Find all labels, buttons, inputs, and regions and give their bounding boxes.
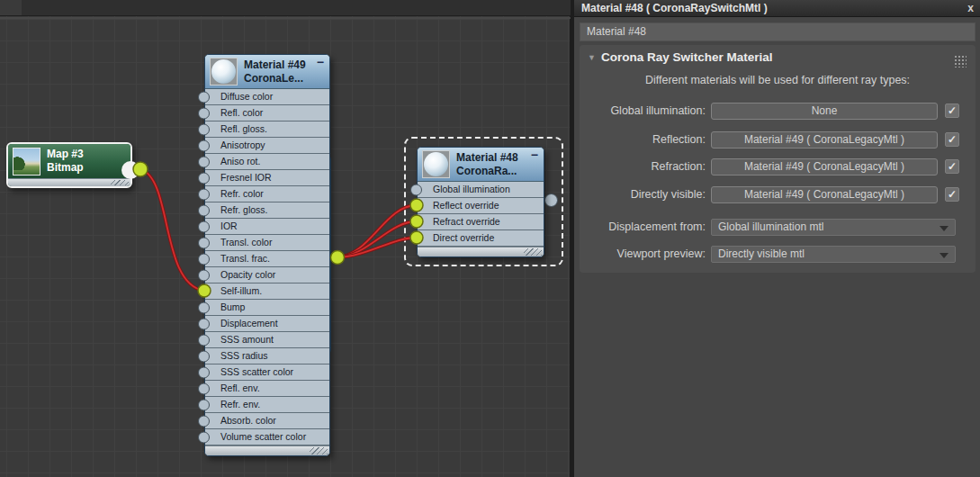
absorb-color-input-socket[interactable] <box>198 415 210 427</box>
slot-row-refr-env[interactable]: Refr. env. <box>205 397 329 413</box>
slot-row-refract-override[interactable]: Refract override <box>418 214 544 230</box>
close-icon[interactable]: x <box>967 0 974 16</box>
slot-row-aniso-rot[interactable]: Aniso rot. <box>205 154 329 170</box>
material49-node-title: Material #49 <box>244 58 306 72</box>
displacement-input-socket[interactable] <box>198 318 210 329</box>
refr-color-input-socket[interactable] <box>198 188 210 200</box>
displacement-from-dropdown[interactable]: Global illumination mtl <box>711 219 956 236</box>
node-view-canvas[interactable]: Map #3 Bitmap Material #49 CoronaLe... <box>0 0 571 477</box>
resize-grip-icon[interactable] <box>524 248 542 256</box>
refr-env-input-socket[interactable] <box>198 399 210 410</box>
directly-visible-material-button[interactable]: Material #49 ( CoronaLegacyMtl ) <box>711 186 938 203</box>
directly-visible-checkbox[interactable]: ✓ <box>945 187 959 202</box>
material49-node-footer <box>205 446 329 455</box>
transl-frac-input-socket[interactable] <box>198 253 210 265</box>
material48-node-header[interactable]: Material #48 CoronaRa... − <box>418 148 544 182</box>
param-label: Viewport preview: <box>580 246 706 263</box>
slot-row-refr-gloss[interactable]: Refr. gloss. <box>205 202 329 219</box>
refr-gloss-input-socket[interactable] <box>198 204 210 216</box>
slot-row-transl-color[interactable]: Transl. color <box>205 235 329 251</box>
slot-row-volume-scatter-color[interactable]: Volume scatter color <box>205 429 329 446</box>
reflection-material-button[interactable]: Material #49 ( CoronaLegacyMtl ) <box>711 131 938 148</box>
slot-label: Anisotropy <box>220 140 265 150</box>
material48-output-socket[interactable] <box>544 194 558 207</box>
slot-row-sss-amount[interactable]: SSS amount <box>205 332 329 348</box>
refl-env-input-socket[interactable] <box>198 382 210 394</box>
global-illumination-input-socket[interactable] <box>410 184 422 195</box>
refl-gloss-input-socket[interactable] <box>198 123 210 135</box>
ior-input-socket[interactable] <box>198 220 210 232</box>
viewport-preview-dropdown[interactable]: Directly visible mtl <box>711 246 956 263</box>
panel-title-bar[interactable]: Material #48 ( CoronaRaySwitchMtl ) x <box>574 0 980 17</box>
self-illum-input-socket[interactable] <box>198 285 210 297</box>
resize-grip-icon[interactable] <box>310 447 328 454</box>
collapse-icon[interactable]: − <box>317 56 324 68</box>
slot-row-absorb-color[interactable]: Absorb. color <box>205 413 329 429</box>
resize-grip-icon[interactable] <box>111 180 129 185</box>
global-illumination-material-button[interactable]: None <box>711 103 938 120</box>
slot-row-sss-radius[interactable]: SSS radius <box>205 348 329 364</box>
sss-radius-input-socket[interactable] <box>198 350 210 362</box>
slot-row-anisotropy[interactable]: Anisotropy <box>205 138 329 154</box>
rollout-header[interactable]: ▼ Corona Ray Switcher Material <box>580 49 976 70</box>
slot-row-sss-scatter-color[interactable]: SSS scatter color <box>205 364 329 381</box>
map3-node[interactable]: Map #3 Bitmap <box>6 142 132 188</box>
transl-color-input-socket[interactable] <box>198 237 210 248</box>
slot-row-refl-env[interactable]: Refl. env. <box>205 381 329 397</box>
sss-scatter-color-input-socket[interactable] <box>198 366 210 378</box>
anisotropy-input-socket[interactable] <box>198 140 210 151</box>
slot-row-refl-color[interactable]: Refl. color <box>205 105 329 122</box>
slot-row-refr-color[interactable]: Refr. color <box>205 186 329 202</box>
reflection-checkbox[interactable]: ✓ <box>945 132 959 147</box>
collapse-icon[interactable]: − <box>531 148 538 161</box>
slot-row-transl-frac[interactable]: Transl. frac. <box>205 251 329 267</box>
diffuse-color-input-socket[interactable] <box>198 91 210 103</box>
wire-map3-to-selfillum[interactable] <box>140 169 204 291</box>
slot-row-ior[interactable]: IOR <box>205 219 329 235</box>
refract-override-input-socket[interactable] <box>410 216 422 228</box>
material49-node[interactable]: Material #49 CoronaLe... − Diffuse color… <box>204 54 330 456</box>
slot-label: Aniso rot. <box>220 156 260 166</box>
volume-scatter-color-input-socket[interactable] <box>198 431 210 443</box>
slot-row-displacement[interactable]: Displacement <box>205 316 329 332</box>
sss-amount-input-socket[interactable] <box>198 334 210 346</box>
slot-label: Refr. gloss. <box>220 204 268 215</box>
reflect-override-input-socket[interactable] <box>410 200 422 212</box>
direct-override-input-socket[interactable] <box>410 232 422 244</box>
wire-mat49-to-refract[interactable] <box>337 221 417 257</box>
slot-row-reflect-override[interactable]: Reflect override <box>418 198 544 214</box>
slot-row-direct-override[interactable]: Direct override <box>418 230 544 247</box>
map3-node-title: Map #3 <box>47 148 84 161</box>
refl-color-input-socket[interactable] <box>198 107 210 119</box>
wire-mat49-to-direct[interactable] <box>337 238 417 257</box>
aniso-rot-input-socket[interactable] <box>198 156 210 167</box>
map3-node-header[interactable]: Map #3 Bitmap <box>8 144 130 178</box>
refraction-checkbox[interactable]: ✓ <box>945 159 959 174</box>
slot-label: Refl. color <box>220 107 263 118</box>
material-name-input[interactable]: Material #48 <box>580 22 976 41</box>
global-illumination-checkbox[interactable]: ✓ <box>945 104 959 118</box>
slot-row-bump[interactable]: Bump <box>205 300 329 316</box>
fresnel-ior-input-socket[interactable] <box>198 172 210 184</box>
slot-row-self-illum[interactable]: Self-illum. <box>205 284 329 300</box>
material49-node-header[interactable]: Material #49 CoronaLe... − <box>205 55 329 89</box>
slot-row-refl-gloss[interactable]: Refl. gloss. <box>205 122 329 138</box>
slot-row-fresnel-ior[interactable]: Fresnel IOR <box>205 170 329 186</box>
slot-row-opacity-color[interactable]: Opacity color <box>205 267 329 284</box>
dropdown-row-displacement-from: Displacement from:Global illumination mt… <box>580 219 976 236</box>
opacity-color-input-socket[interactable] <box>198 269 210 281</box>
bump-input-socket[interactable] <box>198 302 210 313</box>
slot-row-diffuse-color[interactable]: Diffuse color <box>205 89 329 105</box>
chevron-down-icon <box>940 253 949 258</box>
wire-mat49-to-reflect[interactable] <box>337 205 417 257</box>
slot-row-global-illumination[interactable]: Global illumination <box>418 182 544 198</box>
rollout-grip-icon[interactable] <box>954 55 967 68</box>
material49-output-socket[interactable] <box>331 251 345 265</box>
material48-node-footer <box>418 247 544 256</box>
rollout-collapse-arrow-icon[interactable]: ▼ <box>588 53 596 62</box>
param-row-reflection: Reflection:Material #49 ( CoronaLegacyMt… <box>580 131 976 148</box>
bitmap-thumbnail <box>13 148 40 176</box>
slot-label: SSS scatter color <box>220 366 293 377</box>
material48-node[interactable]: Material #48 CoronaRa... − Global illumi… <box>417 147 544 257</box>
refraction-material-button[interactable]: Material #49 ( CoronaLegacyMtl ) <box>711 158 938 176</box>
